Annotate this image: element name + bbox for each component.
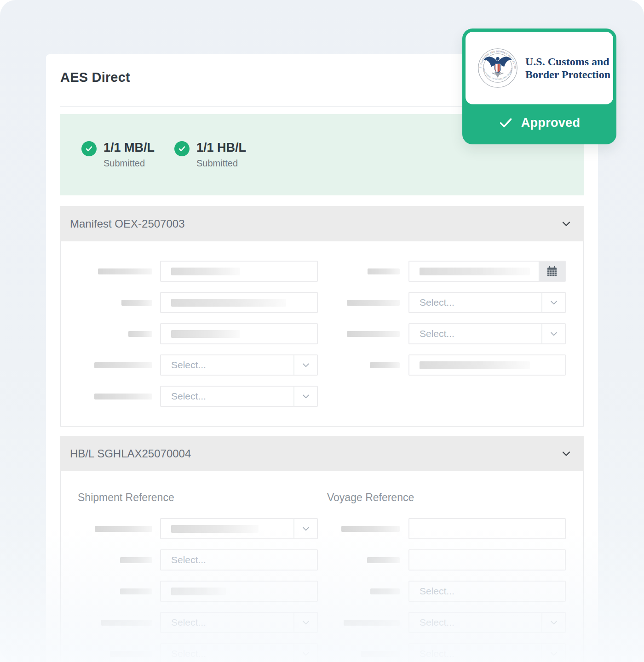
skeleton-label (368, 268, 400, 274)
skeleton-label (341, 526, 400, 532)
manifest-left-column: Select... Select... (61, 261, 318, 407)
skeleton-label (95, 526, 152, 532)
chevron-down-icon[interactable] (561, 448, 572, 459)
select-input[interactable]: Select... (160, 354, 318, 376)
select-input[interactable]: Select... (160, 549, 318, 571)
chevron-down-icon[interactable] (561, 218, 572, 229)
skeleton-label (110, 651, 152, 657)
skeleton-label (121, 300, 152, 306)
form-row (322, 549, 566, 571)
form-row (61, 581, 318, 602)
calendar-button[interactable] (539, 262, 565, 281)
form-row: Select... (322, 612, 566, 633)
mbl-status-item: 1/1 MB/L Submitted (81, 141, 155, 169)
skeleton-label (98, 268, 152, 274)
voyage-reference-column: Select... Select... Select... (322, 518, 566, 662)
form-row (61, 292, 318, 313)
select-placeholder: Select... (171, 391, 206, 402)
select-input[interactable]: Select... (408, 612, 566, 633)
mbl-state: Submitted (104, 158, 155, 169)
select-chevron[interactable] (293, 644, 317, 662)
cbp-logo-panel: U.S. CUSTOMS AND BORDER PROTECTION DEPAR… (466, 32, 613, 104)
select-chevron[interactable] (541, 293, 565, 312)
date-input[interactable] (408, 261, 566, 282)
chevron-down-icon (301, 649, 310, 658)
hbl-status-text: 1/1 HB/L Submitted (196, 141, 246, 169)
select-chevron[interactable] (293, 519, 317, 538)
select-placeholder: Select... (171, 360, 206, 371)
select-input[interactable]: Select... (160, 386, 318, 407)
approved-status-bar: Approved (466, 104, 613, 141)
form-row: Select... (61, 549, 318, 571)
hbl-state: Submitted (196, 158, 246, 169)
form-row (61, 518, 318, 539)
cbp-seal-icon: U.S. CUSTOMS AND BORDER PROTECTION DEPAR… (477, 48, 518, 88)
select-chevron[interactable] (541, 613, 565, 632)
skeleton-label (94, 362, 152, 368)
manifest-section-body: Select... Select... (60, 241, 584, 427)
select-placeholder: Select... (420, 648, 454, 659)
select-placeholder: Select... (420, 328, 454, 339)
skeleton-label (94, 394, 152, 399)
skeleton-label (120, 588, 152, 594)
hbl-count: 1/1 HB/L (196, 141, 246, 155)
form-row: Select... (322, 643, 566, 662)
text-input[interactable] (408, 354, 566, 376)
text-input[interactable] (408, 518, 566, 539)
chevron-down-icon (301, 360, 310, 370)
mbl-status-text: 1/1 MB/L Submitted (104, 141, 155, 169)
text-input[interactable] (160, 323, 318, 344)
skeleton-value (171, 588, 226, 595)
select-input[interactable]: Select... (408, 323, 566, 344)
skeleton-value (420, 361, 530, 369)
select-chevron[interactable] (541, 644, 565, 662)
select-placeholder: Select... (420, 586, 454, 597)
cbp-approval-badge: U.S. CUSTOMS AND BORDER PROTECTION DEPAR… (462, 29, 616, 144)
chevron-down-icon (301, 618, 310, 627)
shipment-reference-heading: Shipment Reference (78, 491, 174, 504)
text-input[interactable] (160, 261, 318, 282)
select-chevron[interactable] (293, 355, 317, 375)
chevron-down-icon (549, 329, 558, 338)
cbp-wordmark-line2: Border Protection (525, 68, 610, 81)
select-chevron[interactable] (541, 324, 565, 343)
select-placeholder: Select... (171, 617, 206, 628)
manifest-section-title: Manifest OEX-2507003 (70, 217, 184, 230)
cbp-wordmark-line1: U.S. Customs and (525, 55, 610, 68)
form-row (61, 323, 318, 344)
form-row: Select... (322, 292, 566, 313)
select-input[interactable]: Select... (160, 612, 318, 633)
select-input[interactable]: Select... (408, 643, 566, 662)
hbl-section-header[interactable]: HB/L SGHLAX25070004 (60, 436, 584, 471)
form-row (322, 518, 566, 539)
form-row: Select... (61, 386, 318, 407)
skeleton-label (370, 362, 400, 368)
skeleton-label (370, 588, 400, 594)
select-placeholder: Select... (420, 617, 454, 628)
skeleton-label (347, 331, 400, 337)
cbp-wordmark: U.S. Customs and Border Protection (525, 55, 610, 81)
text-input[interactable] (160, 292, 318, 313)
select-input[interactable]: Select... (408, 581, 566, 602)
mbl-count: 1/1 MB/L (104, 141, 155, 155)
select-input[interactable]: Select... (408, 292, 566, 313)
select-input[interactable]: Select... (160, 643, 318, 662)
select-placeholder: Select... (171, 554, 206, 565)
select-input[interactable] (160, 518, 318, 539)
text-input[interactable] (160, 581, 318, 602)
form-row (322, 261, 566, 282)
skeleton-value (420, 268, 530, 275)
select-chevron[interactable] (293, 387, 317, 406)
approved-label: Approved (521, 116, 580, 130)
page-title: AES Direct (60, 70, 130, 85)
text-input[interactable] (408, 549, 566, 571)
skeleton-label (120, 557, 152, 563)
skeleton-value (171, 299, 286, 307)
manifest-section-header[interactable]: Manifest OEX-2507003 (60, 206, 584, 241)
skeleton-label (344, 620, 400, 626)
calendar-icon (546, 265, 558, 277)
skeleton-label (101, 620, 152, 626)
check-circle-icon (81, 141, 97, 156)
chevron-down-icon (549, 649, 558, 658)
select-chevron[interactable] (293, 613, 317, 632)
